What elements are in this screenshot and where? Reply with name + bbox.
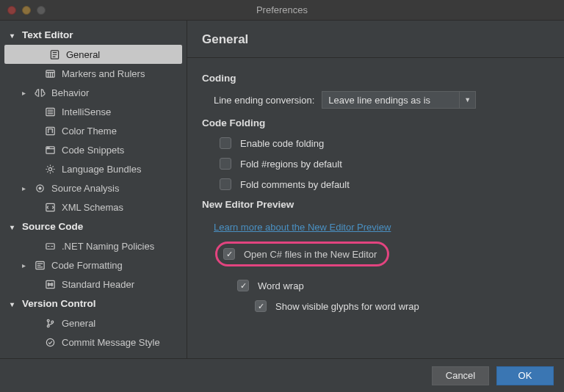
section-preview: New Editor Preview bbox=[202, 199, 549, 210]
target-icon bbox=[34, 182, 46, 194]
snippet-icon bbox=[44, 144, 56, 156]
branch-icon bbox=[44, 317, 56, 329]
sidebar: Text Editor General Markers and Rulers B… bbox=[0, 21, 187, 358]
content-body: Coding Line ending conversion: Leave lin… bbox=[187, 58, 564, 358]
checkbox-label: Show visible glyphs for word wrap bbox=[275, 301, 419, 312]
svg-point-9 bbox=[39, 187, 41, 189]
chevron-down-icon bbox=[10, 29, 18, 40]
checkbox-visible-glyphs[interactable]: Show visible glyphs for word wrap bbox=[255, 300, 549, 312]
svg-point-7 bbox=[48, 167, 51, 170]
chevron-down-icon bbox=[10, 298, 18, 309]
checkbox-fold-regions[interactable]: Fold #regions by default bbox=[220, 158, 549, 170]
sidebar-item-markers[interactable]: Markers and Rulers bbox=[0, 64, 187, 83]
svg-point-16 bbox=[51, 321, 53, 323]
checkbox-word-wrap[interactable]: Word wrap bbox=[237, 280, 549, 291]
tree-section-source-code[interactable]: Source Code bbox=[0, 217, 187, 236]
sidebar-item-label: General bbox=[62, 318, 95, 329]
content-header: General bbox=[187, 21, 564, 58]
sidebar-item-label: Code Snippets bbox=[62, 145, 124, 156]
svg-point-6 bbox=[48, 147, 49, 148]
checkbox-icon[interactable] bbox=[255, 300, 267, 312]
gear-icon bbox=[44, 163, 56, 175]
sidebar-item-code-formatting[interactable]: Code Formatting bbox=[0, 255, 187, 275]
line-ending-label: Line ending conversion: bbox=[214, 95, 314, 106]
sidebar-item-general[interactable]: General bbox=[4, 45, 182, 64]
titlebar: Preferences bbox=[0, 0, 564, 21]
line-ending-row: Line ending conversion: Leave line endin… bbox=[214, 91, 549, 109]
schema-icon bbox=[44, 201, 56, 213]
svg-rect-13 bbox=[46, 280, 54, 288]
tag-icon bbox=[44, 240, 56, 252]
section-folding: Code Folding bbox=[202, 117, 549, 128]
checkbox-icon[interactable] bbox=[220, 158, 231, 170]
sidebar-item-naming-policies[interactable]: .NET Naming Policies bbox=[0, 236, 187, 255]
page-title: General bbox=[202, 32, 549, 47]
footer: Cancel OK bbox=[0, 358, 564, 392]
checkbox-label: Fold comments by default bbox=[240, 179, 350, 190]
sidebar-item-label: XML Schemas bbox=[62, 202, 123, 213]
palette-icon bbox=[44, 125, 56, 137]
tree-section-label: Version Control bbox=[22, 298, 96, 309]
tree-section-label: Source Code bbox=[22, 221, 83, 232]
checkbox-icon[interactable] bbox=[220, 178, 231, 190]
sidebar-item-standard-header[interactable]: Standard Header bbox=[0, 275, 187, 294]
svg-point-17 bbox=[46, 338, 54, 346]
tree-section-text-editor[interactable]: Text Editor bbox=[0, 25, 187, 45]
sidebar-item-source-analysis[interactable]: Source Analysis bbox=[0, 178, 187, 197]
list-icon bbox=[44, 106, 56, 117]
sidebar-item-label: Color Theme bbox=[62, 126, 117, 137]
sidebar-item-label: Commit Message Style bbox=[62, 337, 160, 348]
brain-icon bbox=[34, 87, 46, 98]
tree-section-version-control[interactable]: Version Control bbox=[0, 294, 187, 313]
cancel-button[interactable]: Cancel bbox=[432, 366, 489, 385]
hash-icon bbox=[44, 278, 56, 290]
sidebar-item-label: Markers and Rulers bbox=[62, 68, 145, 79]
content-panel: General Coding Line ending conversion: L… bbox=[187, 21, 564, 358]
line-ending-select[interactable]: Leave line endings as is bbox=[322, 91, 460, 109]
sidebar-item-label: .NET Naming Policies bbox=[62, 241, 154, 252]
checkbox-icon[interactable] bbox=[223, 248, 235, 260]
sidebar-item-label: General bbox=[66, 49, 100, 60]
preferences-window: Preferences Text Editor General Markers … bbox=[0, 0, 564, 392]
sidebar-item-vc-general[interactable]: General bbox=[0, 313, 187, 333]
chevron-right-icon bbox=[22, 184, 28, 192]
highlighted-option: Open C# files in the New Editor bbox=[215, 242, 389, 266]
section-coding: Coding bbox=[202, 73, 549, 84]
check-circle-icon bbox=[44, 336, 56, 348]
svg-point-14 bbox=[47, 319, 49, 322]
checkbox-enable-folding[interactable]: Enable code folding bbox=[220, 137, 549, 149]
sidebar-item-label: Behavior bbox=[51, 87, 89, 98]
learn-more-link[interactable]: Learn more about the New Editor Preview bbox=[214, 222, 391, 233]
sidebar-item-label: Code Formatting bbox=[51, 260, 123, 271]
svg-rect-3 bbox=[46, 127, 54, 134]
checkbox-icon[interactable] bbox=[220, 137, 231, 149]
sidebar-item-label: Standard Header bbox=[62, 279, 134, 290]
checkbox-label: Open C# files in the New Editor bbox=[244, 249, 377, 260]
svg-rect-11 bbox=[46, 243, 54, 249]
sidebar-item-behavior[interactable]: Behavior bbox=[0, 83, 187, 102]
ruler-icon bbox=[44, 68, 56, 79]
chevron-right-icon bbox=[22, 261, 28, 269]
sidebar-item-xml-schemas[interactable]: XML Schemas bbox=[0, 197, 187, 217]
checkbox-icon[interactable] bbox=[237, 280, 249, 291]
checkbox-fold-comments[interactable]: Fold comments by default bbox=[220, 178, 549, 190]
chevron-right-icon bbox=[22, 89, 28, 97]
sidebar-item-label: Language Bundles bbox=[62, 164, 141, 175]
svg-point-15 bbox=[47, 324, 49, 327]
svg-point-5 bbox=[47, 147, 48, 148]
sidebar-item-label: Source Analysis bbox=[51, 183, 120, 194]
body: Text Editor General Markers and Rulers B… bbox=[0, 21, 564, 358]
sidebar-item-intellisense[interactable]: IntelliSense bbox=[0, 102, 187, 121]
sidebar-item-commit-style[interactable]: Commit Message Style bbox=[0, 333, 187, 352]
sidebar-item-code-snippets[interactable]: Code Snippets bbox=[0, 140, 187, 159]
chevron-down-icon bbox=[10, 221, 18, 232]
sidebar-item-color-theme[interactable]: Color Theme bbox=[0, 121, 187, 140]
checkbox-label: Enable code folding bbox=[240, 138, 324, 149]
ok-button[interactable]: OK bbox=[496, 366, 554, 385]
sidebar-item-language-bundles[interactable]: Language Bundles bbox=[0, 159, 187, 178]
checkbox-label: Word wrap bbox=[258, 280, 304, 291]
document-icon bbox=[48, 48, 60, 60]
chevron-down-icon[interactable]: ▼ bbox=[460, 91, 476, 109]
checkbox-label: Fold #regions by default bbox=[240, 159, 342, 170]
window-title: Preferences bbox=[0, 4, 564, 15]
